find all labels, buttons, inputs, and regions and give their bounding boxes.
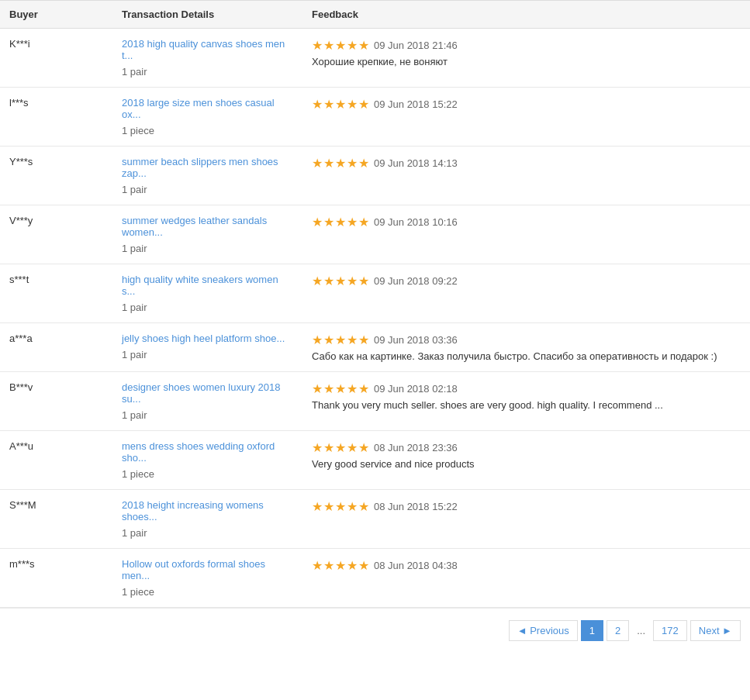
- star-icon: ★: [347, 215, 358, 229]
- feedback-cell: ★ ★ ★ ★ ★ 08 Jun 2018 23:36 Very good se…: [302, 431, 750, 489]
- page-2-button[interactable]: 2: [607, 620, 629, 641]
- table-row: K***i 2018 high quality canvas shoes men…: [0, 29, 750, 88]
- transaction-link[interactable]: summer wedges leather sandals women...: [122, 215, 293, 238]
- star-icon: ★: [347, 333, 358, 347]
- transaction-link[interactable]: summer beach slippers men shoes zap...: [122, 156, 293, 179]
- transaction-link[interactable]: 2018 high quality canvas shoes men t...: [122, 38, 293, 61]
- feedback-text: Сабо как на картинке. Заказ получила быс…: [312, 350, 741, 362]
- star-icon: ★: [335, 274, 346, 288]
- star-icon: ★: [335, 333, 346, 347]
- buyer-cell: V***y: [0, 205, 112, 264]
- transaction-link[interactable]: jelly shoes high heel platform shoe...: [122, 333, 293, 344]
- page-1-button[interactable]: 1: [581, 620, 603, 641]
- stars-row: ★ ★ ★ ★ ★ 09 Jun 2018 09:22: [312, 274, 741, 288]
- feedback-cell: ★ ★ ★ ★ ★ 08 Jun 2018 15:22: [302, 490, 750, 548]
- transaction-cell: jelly shoes high heel platform shoe... 1…: [112, 323, 302, 371]
- star-icon: ★: [347, 381, 358, 396]
- transaction-link[interactable]: designer shoes women luxury 2018 su...: [122, 381, 293, 405]
- quantity: 1 pair: [122, 349, 147, 360]
- quantity: 1 pair: [122, 66, 147, 78]
- table-body: K***i 2018 high quality canvas shoes men…: [0, 29, 750, 608]
- star-icon: ★: [358, 97, 369, 112]
- feedback-cell: ★ ★ ★ ★ ★ 09 Jun 2018 21:46 Хорошие креп…: [302, 29, 750, 87]
- feedback-text: Хорошие крепкие, не воняют: [312, 56, 741, 67]
- feedback-date: 09 Jun 2018 03:36: [374, 334, 458, 346]
- star-icon: ★: [358, 38, 369, 53]
- next-button[interactable]: Next ►: [690, 620, 741, 641]
- buyer-cell: K***i: [0, 29, 112, 87]
- star-icon: ★: [358, 215, 369, 229]
- quantity: 1 pair: [122, 302, 147, 313]
- star-icon: ★: [323, 333, 334, 347]
- star-icon: ★: [335, 499, 346, 514]
- feedback-text: Thank you very much seller. shoes are ve…: [312, 399, 741, 411]
- quantity: 1 piece: [122, 468, 154, 480]
- star-icon: ★: [312, 558, 323, 573]
- star-icon: ★: [347, 558, 358, 573]
- feedback-date: 08 Jun 2018 04:38: [374, 560, 458, 571]
- star-rating: ★ ★ ★ ★ ★: [312, 97, 369, 112]
- star-icon: ★: [335, 215, 346, 229]
- star-icon: ★: [347, 38, 358, 53]
- table-row: s***t high quality white sneakers women …: [0, 264, 750, 323]
- star-icon: ★: [323, 215, 334, 229]
- star-icon: ★: [358, 440, 369, 455]
- star-icon: ★: [335, 156, 346, 171]
- table-row: a***a jelly shoes high heel platform sho…: [0, 323, 750, 372]
- star-icon: ★: [312, 38, 323, 53]
- table-row: Y***s summer beach slippers men shoes za…: [0, 147, 750, 205]
- star-icon: ★: [312, 440, 323, 455]
- star-icon: ★: [312, 97, 323, 112]
- transaction-cell: designer shoes women luxury 2018 su... 1…: [112, 372, 302, 430]
- star-icon: ★: [312, 156, 323, 171]
- quantity: 1 piece: [122, 125, 154, 136]
- star-icon: ★: [323, 381, 334, 396]
- transaction-cell: mens dress shoes wedding oxford sho... 1…: [112, 431, 302, 489]
- stars-row: ★ ★ ★ ★ ★ 09 Jun 2018 03:36: [312, 333, 741, 347]
- table-row: V***y summer wedges leather sandals wome…: [0, 205, 750, 264]
- star-rating: ★ ★ ★ ★ ★: [312, 156, 369, 171]
- star-icon: ★: [323, 156, 334, 171]
- page-172-button[interactable]: 172: [653, 620, 687, 641]
- star-icon: ★: [358, 274, 369, 288]
- feedback-date: 09 Jun 2018 21:46: [374, 40, 458, 51]
- star-icon: ★: [347, 156, 358, 171]
- star-icon: ★: [335, 558, 346, 573]
- feedback-cell: ★ ★ ★ ★ ★ 09 Jun 2018 14:13: [302, 147, 750, 205]
- transaction-link[interactable]: 2018 height increasing womens shoes...: [122, 499, 293, 522]
- star-icon: ★: [312, 499, 323, 514]
- star-icon: ★: [335, 440, 346, 455]
- stars-row: ★ ★ ★ ★ ★ 08 Jun 2018 15:22: [312, 499, 741, 514]
- feedback-date: 09 Jun 2018 14:13: [374, 157, 458, 169]
- feedback-date: 08 Jun 2018 23:36: [374, 442, 458, 453]
- quantity: 1 pair: [122, 243, 147, 254]
- feedback-cell: ★ ★ ★ ★ ★ 09 Jun 2018 09:22: [302, 264, 750, 322]
- star-icon: ★: [358, 499, 369, 514]
- buyer-cell: m***s: [0, 549, 112, 607]
- transaction-link[interactable]: mens dress shoes wedding oxford sho...: [122, 440, 293, 464]
- stars-row: ★ ★ ★ ★ ★ 08 Jun 2018 04:38: [312, 558, 741, 573]
- previous-button[interactable]: ◄ Previous: [509, 620, 578, 641]
- star-icon: ★: [335, 38, 346, 53]
- reviews-table: Buyer Transaction Details Feedback K***i…: [0, 0, 750, 653]
- star-icon: ★: [358, 381, 369, 396]
- transaction-link[interactable]: high quality white sneakers women s...: [122, 274, 293, 297]
- transaction-link[interactable]: 2018 large size men shoes casual ox...: [122, 97, 293, 120]
- star-rating: ★ ★ ★ ★ ★: [312, 215, 369, 229]
- stars-row: ★ ★ ★ ★ ★ 09 Jun 2018 10:16: [312, 215, 741, 229]
- feedback-cell: ★ ★ ★ ★ ★ 09 Jun 2018 10:16: [302, 205, 750, 264]
- feedback-cell: ★ ★ ★ ★ ★ 08 Jun 2018 04:38: [302, 549, 750, 607]
- pagination: ◄ Previous 1 2 ... 172 Next ►: [0, 608, 750, 653]
- stars-row: ★ ★ ★ ★ ★ 09 Jun 2018 21:46: [312, 38, 741, 53]
- feedback-date: 09 Jun 2018 10:16: [374, 216, 458, 228]
- star-icon: ★: [347, 440, 358, 455]
- star-rating: ★ ★ ★ ★ ★: [312, 274, 369, 288]
- page-ellipsis: ...: [632, 621, 650, 640]
- star-rating: ★ ★ ★ ★ ★: [312, 558, 369, 573]
- star-icon: ★: [347, 499, 358, 514]
- transaction-cell: summer wedges leather sandals women... 1…: [112, 205, 302, 264]
- transaction-link[interactable]: Hollow out oxfords formal shoes men...: [122, 558, 293, 581]
- quantity: 1 pair: [122, 184, 147, 195]
- buyer-cell: A***u: [0, 431, 112, 489]
- star-icon: ★: [358, 333, 369, 347]
